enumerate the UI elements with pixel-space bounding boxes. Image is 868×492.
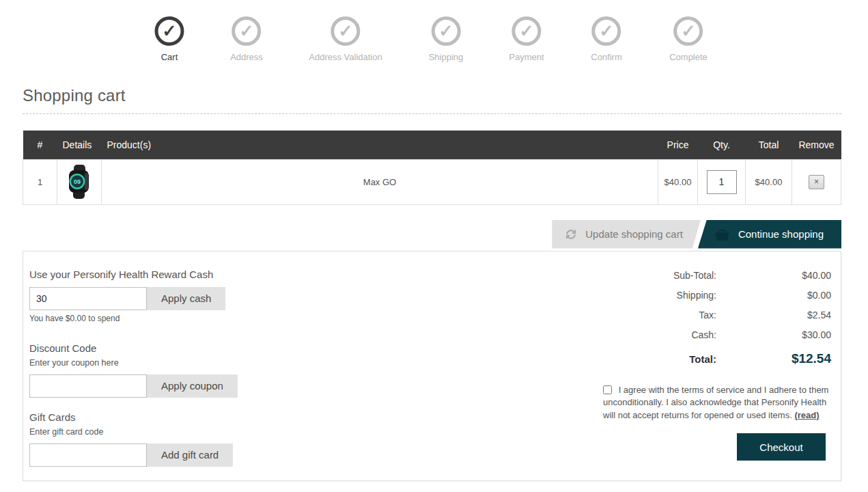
gift-cards-section: Gift Cards Enter gift card code Add gift… <box>29 411 248 467</box>
reward-cash-input[interactable] <box>29 287 147 310</box>
checkmark-icon: ✓ <box>431 16 460 46</box>
cart-actions: Update shopping cart Continue shopping <box>23 220 841 249</box>
continue-shopping-button[interactable]: Continue shopping <box>698 220 841 249</box>
line-total: $40.00 <box>746 159 792 204</box>
refresh-icon <box>564 228 578 241</box>
cash-label: Cash: <box>691 329 716 340</box>
shipping-row: Shipping: $0.00 <box>603 290 831 301</box>
terms-read-link[interactable]: (read) <box>794 410 819 420</box>
step-label: Address Validation <box>309 52 382 62</box>
cart-table-header-row: # Details Product(s) Price Qty. Total Re… <box>23 131 841 159</box>
update-cart-button[interactable]: Update shopping cart <box>552 220 701 249</box>
reward-cash-balance-note: You have $0.00 to spend <box>29 314 248 323</box>
discount-code-title: Discount Code <box>29 342 248 354</box>
step-label: Shipping <box>429 52 464 62</box>
product-image-cell[interactable]: 09 <box>57 159 102 204</box>
subtotal-row: Sub-Total: $40.00 <box>603 270 831 281</box>
continue-shopping-label: Continue shopping <box>738 228 824 240</box>
terms-of-service: I agree with the terms of service and I … <box>603 384 831 422</box>
shipping-value: $0.00 <box>716 290 831 301</box>
gift-card-hint: Enter gift card code <box>29 427 248 437</box>
main-content: Shopping cart # Details Product(s) Price… <box>23 86 841 481</box>
col-header-details: Details <box>57 131 102 159</box>
cash-row: Cash: $30.00 <box>603 329 831 340</box>
product-image-smartwatch[interactable]: 09 <box>66 164 93 200</box>
step-cart[interactable]: ✓ Cart <box>155 16 184 62</box>
total-row: Total: $12.54 <box>603 351 831 366</box>
svg-text:09: 09 <box>74 178 81 185</box>
step-label: Cart <box>155 52 184 62</box>
total-value: $12.54 <box>716 351 831 366</box>
subtotal-label: Sub-Total: <box>673 270 716 281</box>
discount-code-hint: Enter your coupon here <box>29 358 248 368</box>
apply-cash-button[interactable]: Apply cash <box>147 287 225 310</box>
tax-value: $2.54 <box>716 310 831 320</box>
col-header-price: Price <box>658 131 698 159</box>
checkout-stepper: ✓ Cart ✓ Address ✓ Address Validation ✓ … <box>0 16 868 72</box>
reward-cash-section: Use your Personify Health Reward Cash Ap… <box>29 269 248 323</box>
page-title: Shopping cart <box>23 86 841 105</box>
col-header-qty: Qty. <box>698 131 746 159</box>
checkout-button[interactable]: Checkout <box>737 433 826 461</box>
tax-label: Tax: <box>699 310 716 320</box>
col-header-products: Product(s) <box>102 131 658 159</box>
tax-row: Tax: $2.54 <box>603 310 831 320</box>
step-address[interactable]: ✓ Address <box>230 16 263 62</box>
coupon-column: Use your Personify Health Reward Cash Ap… <box>29 269 248 480</box>
discount-code-section: Discount Code Enter your coupon here App… <box>29 342 248 398</box>
cart-table: # Details Product(s) Price Qty. Total Re… <box>23 131 841 205</box>
col-header-remove: Remove <box>792 131 841 159</box>
cash-value: $30.00 <box>716 329 831 340</box>
unit-price: $40.00 <box>658 159 698 204</box>
checkmark-icon: ✓ <box>331 16 361 46</box>
step-label: Address <box>230 52 263 62</box>
shipping-label: Shipping: <box>677 290 716 301</box>
subtotal-value: $40.00 <box>716 270 831 281</box>
quantity-input[interactable] <box>707 170 737 194</box>
remove-item-button[interactable]: × <box>809 175 824 189</box>
apply-coupon-button[interactable]: Apply coupon <box>147 374 238 398</box>
gift-cards-title: Gift Cards <box>29 411 248 423</box>
checkmark-icon: ✓ <box>232 16 261 46</box>
coupon-code-input[interactable] <box>29 374 147 398</box>
checkmark-icon: ✓ <box>512 16 542 46</box>
qty-cell <box>698 159 746 204</box>
update-cart-label: Update shopping cart <box>585 228 683 240</box>
step-confirm[interactable]: ✓ Confirm <box>591 16 622 62</box>
col-header-number: # <box>23 131 57 159</box>
step-label: Payment <box>509 52 544 62</box>
step-shipping[interactable]: ✓ Shipping <box>429 16 464 62</box>
gift-card-input[interactable] <box>29 443 147 467</box>
step-label: Complete <box>669 52 708 62</box>
cart-row: 1 09 Max GO $40.00 <box>23 159 841 204</box>
x-icon: × <box>814 177 819 187</box>
checkmark-icon: ✓ <box>591 16 621 46</box>
col-header-total: Total <box>746 131 792 159</box>
step-payment[interactable]: ✓ Payment <box>509 16 544 62</box>
cart-footer-panel: Use your Personify Health Reward Cash Ap… <box>23 251 841 481</box>
total-label: Total: <box>689 353 716 365</box>
step-label: Confirm <box>591 52 622 62</box>
add-gift-card-button[interactable]: Add gift card <box>147 443 233 467</box>
product-name[interactable]: Max GO <box>102 159 658 204</box>
step-address-validation[interactable]: ✓ Address Validation <box>309 16 382 62</box>
order-summary-column: Sub-Total: $40.00 Shipping: $0.00 Tax: $… <box>603 269 831 480</box>
divider <box>23 113 841 114</box>
checkmark-icon: ✓ <box>155 16 184 46</box>
checkout-row: Checkout <box>603 433 831 461</box>
step-complete[interactable]: ✓ Complete <box>669 16 708 62</box>
checkmark-icon: ✓ <box>673 16 703 46</box>
remove-cell: × <box>792 159 841 204</box>
row-number: 1 <box>23 159 57 204</box>
reward-cash-title: Use your Personify Health Reward Cash <box>29 269 248 280</box>
basket-icon <box>714 228 730 241</box>
terms-checkbox[interactable] <box>603 385 612 394</box>
